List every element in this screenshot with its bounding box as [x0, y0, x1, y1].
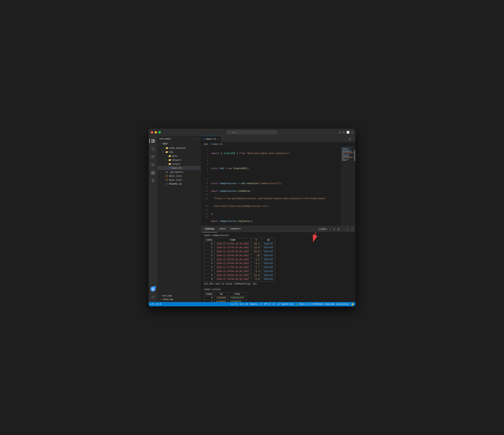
panel-toggle[interactable]: ⬜ [346, 131, 350, 134]
trash-terminal-button[interactable]: 🗑 [337, 227, 341, 231]
new-terminal-button[interactable]: + [329, 227, 332, 231]
remote-indicator[interactable]: ⊗ 0 ⚠ 0 ℹ 0 [150, 303, 161, 306]
avatar: 1 [151, 287, 155, 292]
main-ts-label: main.ts [172, 167, 182, 169]
split-editor-button[interactable]: ⊟ [349, 138, 351, 140]
sidebar-item-data[interactable]: › 📁 data [157, 154, 201, 158]
sidebar-item-deno-json[interactable]: {} deno.json [157, 174, 201, 178]
col-t: t [251, 238, 262, 242]
deno-version-label: Deno 2.1.9+28834a8 (Upgrade available) [299, 303, 349, 305]
terminal-collapse-button[interactable]: ∧ [346, 227, 349, 231]
code-editor[interactable]: 1 2 3 4 5 6 7 8 9 10 11 12 13 [201, 146, 355, 226]
layout-button[interactable]: ⊞ [339, 131, 341, 134]
sidebar-item-node-modules[interactable]: › 📁 node_modules [157, 146, 201, 150]
svg-rect-28 [342, 160, 347, 161]
tab-ports[interactable]: PORTS [217, 226, 228, 232]
sidebar-more-button[interactable]: ··· [193, 137, 199, 141]
notification-bell[interactable]: 🔔 [351, 303, 354, 306]
language-label: TypeScript [281, 303, 294, 305]
svg-point-3 [154, 156, 154, 156]
sidebar-item-output[interactable]: › 📁 output [157, 162, 201, 166]
search-input[interactable] [227, 130, 277, 134]
tree-arrow: › [165, 155, 168, 157]
more-actions-button[interactable]: ··· [352, 138, 354, 140]
svg-rect-27 [342, 159, 349, 159]
activity-source-control[interactable] [149, 153, 157, 161]
terminal-actions: ⊙ deno + ⧉ 🗑 ··· ∧ ✕ [318, 227, 354, 231]
spaces-indicator[interactable]: Spaces: 4 [250, 303, 262, 305]
cities-table-body: 01108380"VANCOUVER"16158355"TORONTO"2702… [204, 296, 247, 302]
editor-area: TS main.ts ✕ ⊟ ··· sda › TS main.ts › … [201, 136, 355, 302]
activity-account[interactable]: 1 [149, 285, 157, 293]
activity-settings[interactable] [149, 293, 157, 301]
tab-main-ts[interactable]: TS main.ts ✕ [201, 136, 221, 142]
tree-arrow: › [165, 159, 168, 161]
svg-rect-17 [342, 151, 351, 152]
outline-arrow: › [160, 295, 162, 297]
search-bar[interactable]: ⌕ [227, 130, 277, 134]
git-icon: ◈ [165, 170, 168, 173]
table-row: 91900-01-10T00:00:00.000Z-5.97024745 [204, 278, 275, 282]
activity-explorer[interactable] [149, 137, 157, 145]
notification-badge: 1 [154, 286, 156, 288]
md-icon: ⓘ [165, 183, 168, 185]
activity-run[interactable] [149, 161, 157, 168]
maximize-button[interactable] [158, 131, 161, 133]
more-button[interactable]: ⊟ [351, 131, 353, 134]
eol-indicator[interactable]: LF [273, 303, 275, 305]
terminal-more-button[interactable]: ··· [342, 227, 345, 231]
sidebar-item-helpers[interactable]: › 📁 helpers [157, 158, 201, 162]
activity-test[interactable] [149, 177, 157, 185]
col-city: city [228, 292, 247, 296]
outline-section[interactable]: › OUTLINE [157, 294, 201, 298]
breadcrumb-more[interactable]: … [225, 143, 226, 146]
tab-bar: TS main.ts ✕ ⊟ ··· [201, 136, 355, 142]
code-line-2 [211, 159, 338, 163]
eol-label: LF [273, 303, 275, 305]
terminal-content[interactable]: table temperatures: (idx) time t id [201, 232, 355, 302]
svg-line-1 [154, 150, 155, 151]
code-content[interactable]: import { SimpleDB } from "@nshiab/simple… [210, 146, 341, 226]
line-col-indicator[interactable]: Ln 17, Col 18 [231, 303, 248, 305]
warn-icon: ⚠ [154, 303, 155, 306]
sidebar-item-main-ts[interactable]: TS main.ts [157, 166, 201, 170]
temperatures-table: (idx) time t id 01900-01-01T00:00:00.000… [204, 238, 275, 282]
tab-terminal[interactable]: TERMINAL [202, 226, 217, 232]
tab-close-button[interactable]: ✕ [217, 138, 219, 141]
activity-search[interactable] [149, 145, 157, 153]
encoding-indicator[interactable]: UTF-8 [264, 303, 270, 305]
folder-open-icon: 📂 [165, 151, 168, 153]
breadcrumb-file[interactable]: main.ts [213, 143, 223, 146]
deno-version-indicator[interactable]: 🦕 Deno 2.1.9+28834a8 (Upgrade available) [296, 303, 349, 306]
back-button[interactable]: ← [164, 130, 169, 135]
sidebar-item-sda[interactable]: ▾ 📂 sda [157, 150, 201, 154]
breadcrumb-ts-icon: TS [210, 143, 213, 145]
timeline-section[interactable]: › TIMELINE [157, 298, 201, 301]
tree-root[interactable]: ▾ TEST [157, 142, 201, 146]
table-temperatures-label: table temperatures: [204, 234, 352, 237]
svg-rect-21 [342, 154, 350, 155]
svg-rect-26 [342, 158, 344, 159]
folder-icon: 📁 [168, 155, 171, 157]
code-line-6: await temperatures.loadData( [211, 189, 338, 193]
forward-button[interactable]: → [170, 130, 175, 135]
tab-comments[interactable]: COMMENTS [228, 226, 243, 232]
activity-extensions[interactable] [149, 169, 157, 176]
sidebar-item-deno-lock[interactable]: {} deno.lock [157, 178, 201, 182]
tree-arrow: ▾ [162, 151, 165, 153]
minimize-button[interactable] [155, 131, 157, 133]
sidebar-item-readme[interactable]: ⓘ README.md [157, 182, 201, 186]
breadcrumb-sda[interactable]: sda [204, 143, 208, 146]
nav-buttons: ← → [164, 130, 175, 135]
svg-rect-20 [342, 154, 344, 154]
sidebar-toggle[interactable]: ☰ [343, 131, 345, 134]
svg-rect-16 [342, 151, 352, 151]
language-indicator[interactable]: {} TypeScript [277, 303, 294, 305]
deno-badge: ⊙ deno [318, 228, 328, 231]
sidebar-item-gitignore[interactable]: ◈ .gitignore [157, 170, 201, 174]
split-terminal-button[interactable]: ⧉ [333, 227, 336, 231]
close-button[interactable] [151, 131, 153, 133]
root-label: TEST [162, 143, 168, 145]
terminal-close-button[interactable]: ✕ [351, 227, 354, 231]
tree-arrow: › [162, 147, 165, 149]
